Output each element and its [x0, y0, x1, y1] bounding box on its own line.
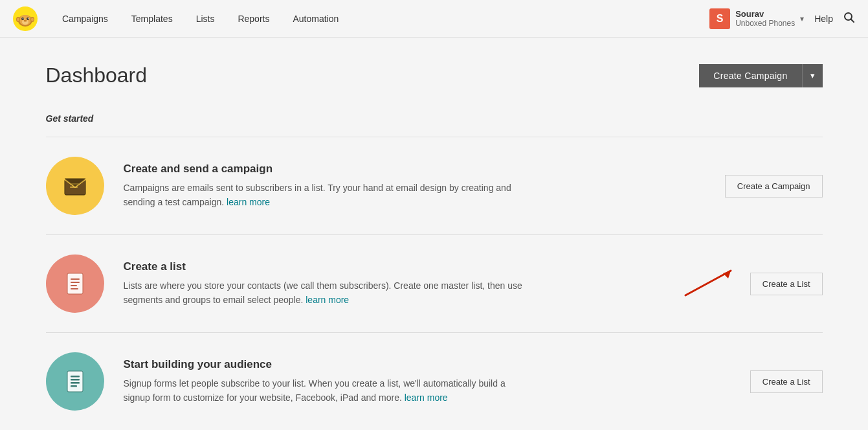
create-list-action-button[interactable]: Create a List	[750, 273, 823, 295]
nav-campaigns[interactable]: Campaigns	[50, 0, 120, 38]
page-title: Dashboard	[46, 63, 148, 87]
user-info: Sourav Unboxed Phones	[735, 9, 795, 28]
campaign-content: Create and send a campaign Campaigns are…	[124, 163, 706, 210]
list-content: Create a list Lists are where you store …	[124, 260, 731, 308]
card-list: Create and send a campaign Campaigns are…	[46, 137, 823, 430]
svg-rect-30	[71, 376, 80, 378]
svg-line-14	[851, 19, 854, 22]
audience-learn-more[interactable]: learn more	[405, 392, 448, 403]
create-campaign-dropdown-button[interactable]: ▾	[802, 64, 823, 87]
search-icon[interactable]	[843, 12, 855, 26]
campaign-desc: Campaigns are emails sent to subscribers…	[124, 181, 525, 210]
card-campaign: Create and send a campaign Campaigns are…	[46, 137, 823, 235]
svg-rect-18	[70, 187, 78, 188]
get-started-section: Get started	[46, 113, 823, 430]
get-started-label: Get started	[46, 113, 823, 124]
navbar-right: S Sourav Unboxed Phones ▾ Help	[709, 8, 855, 29]
user-menu[interactable]: S Sourav Unboxed Phones ▾	[709, 8, 804, 29]
svg-rect-25	[71, 288, 78, 289]
svg-point-4	[21, 17, 24, 20]
campaign-action: Create a Campaign	[725, 175, 823, 198]
chevron-down-icon: ▾	[800, 14, 804, 23]
svg-rect-20	[67, 273, 83, 294]
list-desc: Lists are where you store your contacts …	[124, 278, 525, 308]
svg-point-6	[23, 17, 23, 18]
campaign-title: Create and send a campaign	[124, 163, 706, 175]
audience-title: Start building your audience	[124, 358, 731, 371]
audience-desc: Signup forms let people subscribe to you…	[124, 376, 525, 405]
audience-action: Create a List	[750, 370, 823, 393]
create-audience-list-button[interactable]: Create a List	[750, 370, 823, 393]
list-learn-more[interactable]: learn more	[306, 295, 349, 305]
svg-rect-32	[71, 382, 80, 384]
create-campaign-group: Create Campaign ▾	[699, 64, 822, 87]
svg-rect-31	[71, 379, 80, 381]
help-link[interactable]: Help	[814, 14, 833, 24]
card-audience: Start building your audience Signup form…	[46, 333, 823, 430]
card-list-item: Create a list Lists are where you store …	[46, 235, 823, 333]
audience-content: Start building your audience Signup form…	[124, 358, 731, 405]
user-org: Unboxed Phones	[735, 19, 795, 28]
nav-reports[interactable]: Reports	[226, 0, 281, 38]
svg-rect-24	[71, 285, 77, 286]
arrow-indicator	[679, 263, 744, 304]
nav-lists[interactable]: Lists	[184, 0, 227, 38]
list-title: Create a list	[124, 260, 731, 273]
svg-rect-22	[71, 278, 80, 280]
svg-point-5	[27, 17, 29, 20]
create-campaign-action-button[interactable]: Create a Campaign	[725, 175, 823, 198]
svg-rect-33	[71, 385, 77, 387]
svg-point-12	[24, 19, 27, 21]
dropdown-arrow-icon: ▾	[810, 71, 815, 80]
create-campaign-button[interactable]: Create Campaign	[699, 64, 801, 87]
svg-point-7	[28, 17, 28, 18]
brand-logo[interactable]	[13, 6, 38, 31]
audience-icon	[46, 352, 104, 411]
avatar: S	[709, 8, 730, 29]
svg-line-26	[685, 271, 731, 295]
nav-links: Campaigns Templates Lists Reports Automa…	[50, 0, 709, 38]
user-name: Sourav	[735, 9, 795, 19]
svg-rect-23	[71, 282, 80, 283]
dashboard-header: Dashboard Create Campaign ▾	[46, 63, 823, 87]
svg-rect-28	[67, 371, 83, 392]
nav-templates[interactable]: Templates	[120, 0, 184, 38]
list-icon	[46, 255, 104, 313]
navbar: Campaigns Templates Lists Reports Automa…	[0, 0, 868, 38]
campaign-icon	[46, 157, 104, 215]
campaign-learn-more[interactable]: learn more	[227, 197, 270, 207]
nav-automation[interactable]: Automation	[281, 0, 350, 38]
svg-point-10	[17, 17, 19, 21]
list-action: Create a List	[750, 273, 823, 295]
svg-point-11	[31, 17, 34, 21]
main-content: Dashboard Create Campaign ▾ Get started	[20, 38, 849, 430]
